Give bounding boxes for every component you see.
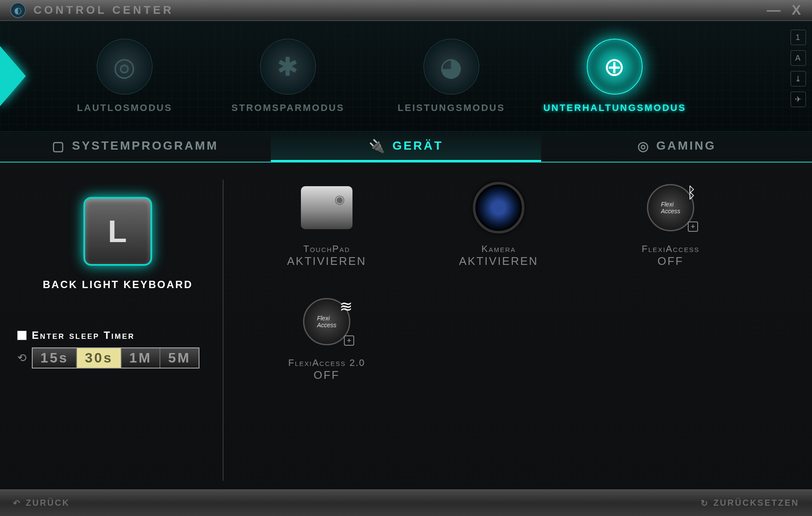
timer-icon: ⟲ bbox=[17, 351, 28, 365]
back-icon: ↶ bbox=[13, 498, 21, 508]
camera-icon bbox=[471, 180, 527, 236]
timer-5m[interactable]: 5M bbox=[160, 348, 198, 368]
mode-label: Leistungsmodus bbox=[398, 102, 505, 114]
add-icon: + bbox=[344, 335, 354, 346]
flexiaccess-bt-icon: FlexiAccess ᛒ + bbox=[643, 180, 699, 236]
back-button[interactable]: ↶ Zurück bbox=[13, 498, 70, 508]
tab-bar: ▢ Systemprogramm 🔌 Gerät ◎ Gaming bbox=[0, 132, 812, 163]
tab-label: Gaming bbox=[656, 139, 716, 153]
wifi-icon: ≋ bbox=[340, 298, 352, 316]
keyboard-backlight-label: Back Light Keyboard bbox=[43, 279, 193, 291]
plug-icon: 🔌 bbox=[369, 138, 386, 154]
keyboard-backlight-button[interactable]: L bbox=[83, 197, 152, 266]
flexiaccess-wifi-icon: FlexiAccess ≋ + bbox=[299, 294, 355, 350]
timer-1m[interactable]: 1M bbox=[122, 348, 160, 368]
device-status: Aktivieren bbox=[287, 255, 367, 268]
sleep-timer-row: Enter sleep Timer bbox=[17, 329, 135, 341]
chevron-right-icon bbox=[0, 46, 26, 106]
device-camera[interactable]: Kamera Aktivieren bbox=[421, 180, 576, 268]
crosshair-icon: ⊕ bbox=[587, 39, 643, 95]
mode-label: Unterhaltungsmodus bbox=[543, 102, 686, 114]
device-status: OFF bbox=[314, 369, 340, 382]
back-label: Zurück bbox=[26, 498, 70, 508]
device-name: FlexiAccess 2.0 bbox=[288, 357, 365, 369]
tab-device[interactable]: 🔌 Gerät bbox=[271, 132, 542, 162]
device-panel: TouchPad Aktivieren Kamera Aktivieren Fl… bbox=[224, 180, 799, 481]
touchpad-icon bbox=[299, 180, 355, 236]
timer-15s[interactable]: 15s bbox=[33, 348, 77, 368]
reset-label: Zurücksetzen bbox=[714, 498, 799, 508]
fan-icon: ✱ bbox=[260, 39, 316, 95]
device-status: OFF bbox=[658, 255, 684, 268]
titlebar: Control Center — X bbox=[0, 0, 812, 21]
wheel-icon: ◎ bbox=[637, 138, 650, 154]
window-controls: — X bbox=[767, 2, 802, 18]
device-status: Aktivieren bbox=[459, 255, 539, 268]
app-title: Control Center bbox=[34, 3, 174, 17]
mode-label: Lautlosmodus bbox=[77, 102, 172, 114]
monitor-icon: ▢ bbox=[52, 138, 66, 154]
timer-options: 15s 30s 1M 5M bbox=[32, 347, 199, 369]
mode-quiet[interactable]: ◎ Lautlosmodus bbox=[60, 39, 189, 114]
keyboard-panel: L Back Light Keyboard Enter sleep Timer … bbox=[13, 180, 224, 481]
mode-performance[interactable]: ◕ Leistungsmodus bbox=[387, 39, 516, 114]
mode-selector: ◎ Lautlosmodus ✱ Stromsparmodus ◕ Leistu… bbox=[0, 21, 812, 132]
minimize-button[interactable]: — bbox=[767, 2, 781, 18]
timer-30s[interactable]: 30s bbox=[77, 348, 121, 368]
tab-systemprogram[interactable]: ▢ Systemprogramm bbox=[0, 132, 271, 162]
tab-label: Gerät bbox=[392, 139, 443, 153]
bluetooth-icon: ᛒ bbox=[687, 184, 696, 202]
mode-label: Stromsparmodus bbox=[232, 102, 345, 114]
add-icon: + bbox=[688, 221, 698, 232]
app-window: Control Center — X ◎ Lautlosmodus ✱ Stro… bbox=[0, 0, 812, 516]
device-name: FlexiAccess bbox=[642, 243, 699, 255]
footer: ↶ Zurück ↻ Zurücksetzen bbox=[0, 489, 812, 516]
reset-button[interactable]: ↻ Zurücksetzen bbox=[701, 498, 799, 508]
sleep-timer-checkbox[interactable] bbox=[17, 331, 27, 340]
device-touchpad[interactable]: TouchPad Aktivieren bbox=[249, 180, 404, 268]
tab-label: Systemprogramm bbox=[72, 139, 218, 153]
device-flexiaccess-wifi[interactable]: FlexiAccess ≋ + FlexiAccess 2.0 OFF bbox=[249, 294, 404, 382]
speaker-icon: ◎ bbox=[97, 39, 153, 95]
tab-gaming[interactable]: ◎ Gaming bbox=[541, 132, 812, 162]
close-button[interactable]: X bbox=[792, 2, 802, 18]
mode-entertainment[interactable]: ⊕ Unterhaltungsmodus bbox=[550, 39, 679, 114]
timer-options-row: ⟲ 15s 30s 1M 5M bbox=[17, 347, 199, 369]
gauge-icon: ◕ bbox=[423, 39, 479, 95]
mode-powersave[interactable]: ✱ Stromsparmodus bbox=[224, 39, 352, 114]
content-area: L Back Light Keyboard Enter sleep Timer … bbox=[0, 163, 812, 489]
app-logo-icon bbox=[10, 3, 26, 18]
reset-icon: ↻ bbox=[701, 498, 709, 508]
device-flexiaccess-bt[interactable]: FlexiAccess ᛒ + FlexiAccess OFF bbox=[593, 180, 748, 268]
device-name: Kamera bbox=[481, 243, 516, 255]
sleep-timer-label: Enter sleep Timer bbox=[32, 329, 135, 341]
device-name: TouchPad bbox=[303, 243, 350, 255]
